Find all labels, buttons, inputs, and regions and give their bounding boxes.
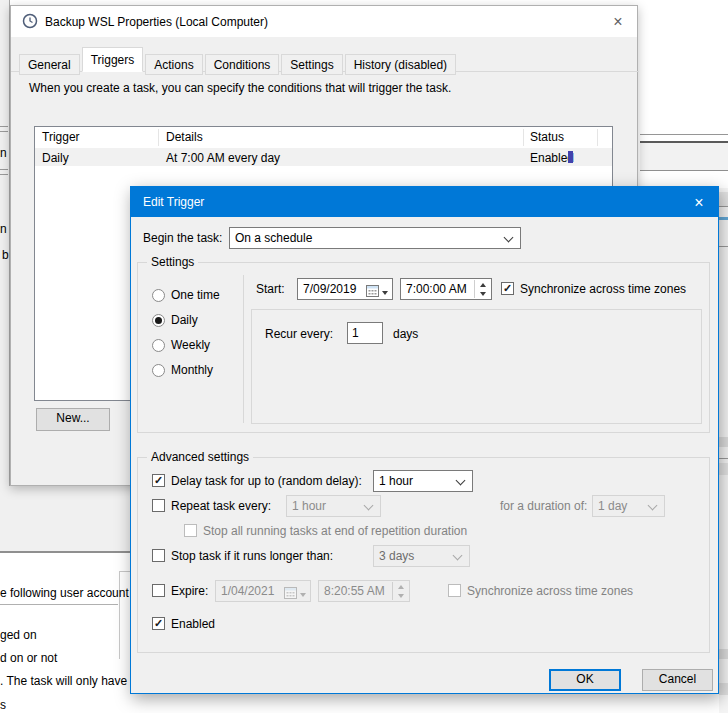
sync-timezones-checkbox[interactable] — [501, 282, 514, 295]
bg-right-strip-band — [719, 192, 728, 207]
screen: n n b e following user account ged on d … — [0, 0, 728, 713]
trigger-cell: Daily — [42, 151, 69, 165]
settings-group-label: Settings — [147, 255, 198, 269]
settings-group: Settings One time Daily Weekly Monthly S… — [137, 262, 710, 433]
start-time-spinner[interactable]: 7:00:00 AM — [400, 278, 492, 300]
bg-right-strip-line — [719, 246, 728, 247]
radio-weekly-label[interactable]: Weekly — [171, 338, 210, 352]
task-scheduler-icon — [22, 13, 38, 32]
edit-trigger-dialog: Edit Trigger × Begin the task: On a sche… — [130, 186, 719, 694]
bg-left-line — [0, 169, 8, 170]
dropdown-arrow-icon — [382, 291, 388, 295]
expire-label[interactable]: Expire: — [171, 584, 208, 598]
bg-preview-text: ged on — [0, 628, 37, 642]
expire-date-value: 1/04/2021 — [221, 584, 274, 598]
stop-task-duration-value: 3 days — [379, 549, 414, 563]
dialog-title: Edit Trigger — [143, 195, 204, 209]
tab-triggers[interactable]: Triggers — [82, 47, 144, 72]
daily-panel: Recur every: 1 days — [251, 309, 702, 424]
begin-task-select[interactable]: On a schedule — [229, 227, 521, 249]
triggers-table-header[interactable]: Trigger Details Status — [35, 127, 612, 149]
bg-bottom-line — [0, 551, 130, 553]
bg-right-line — [640, 170, 728, 171]
begin-task-label: Begin the task: — [143, 231, 222, 245]
bg-left-line — [0, 174, 8, 175]
tab-settings[interactable]: Settings — [281, 54, 342, 75]
chevron-down-icon — [364, 501, 374, 511]
recur-every-input[interactable]: 1 — [347, 322, 383, 344]
enabled-label[interactable]: Enabled — [171, 617, 215, 631]
stop-task-duration-select: 3 days — [373, 545, 470, 567]
bg-right-strip — [719, 188, 728, 713]
chevron-down-icon — [504, 233, 514, 243]
column-separator — [158, 129, 159, 146]
stop-all-tasks-label: Stop all running tasks at end of repetit… — [203, 524, 467, 538]
bg-right-strip-band — [719, 437, 728, 447]
column-separator — [597, 129, 598, 146]
close-icon[interactable]: × — [607, 11, 629, 33]
chevron-down-icon — [453, 551, 463, 561]
properties-titlebar[interactable]: Backup WSL Properties (Local Computer) × — [11, 6, 637, 37]
column-header-status[interactable]: Status — [530, 130, 564, 144]
column-header-details[interactable]: Details — [166, 130, 203, 144]
bg-preview-divider — [0, 604, 118, 605]
radio-one-time-label[interactable]: One time — [171, 288, 220, 302]
tab-actions[interactable]: Actions — [145, 54, 202, 75]
stop-task-label[interactable]: Stop task if it runs longer than: — [171, 549, 333, 563]
recur-every-label: Recur every: — [265, 327, 333, 341]
stop-task-checkbox[interactable] — [152, 549, 165, 562]
bg-right-strip-band — [719, 683, 728, 695]
sync-timezones-label[interactable]: Synchronize across time zones — [520, 282, 686, 296]
radio-daily-label[interactable]: Daily — [171, 313, 198, 327]
radio-monthly-label[interactable]: Monthly — [171, 363, 213, 377]
tab-general[interactable]: General — [19, 54, 80, 75]
start-date-picker[interactable]: 7/09/2019 — [297, 278, 393, 300]
delay-task-checkbox[interactable] — [152, 474, 165, 487]
new-trigger-button[interactable]: New... — [36, 408, 110, 431]
bg-left-line — [0, 131, 8, 132]
start-label: Start: — [256, 282, 285, 296]
calendar-icon — [366, 283, 379, 300]
details-cell: At 7:00 AM every day — [166, 151, 280, 165]
bg-preview-text: d on or not — [0, 651, 57, 665]
ok-button[interactable]: OK — [549, 669, 621, 691]
radio-daily[interactable] — [152, 314, 165, 327]
window-title: Backup WSL Properties (Local Computer) — [45, 15, 268, 29]
radio-one-time[interactable] — [152, 289, 165, 302]
tab-conditions[interactable]: Conditions — [205, 54, 280, 75]
column-separator — [523, 129, 524, 146]
expire-sync-label: Synchronize across time zones — [467, 584, 633, 598]
enabled-checkbox[interactable] — [152, 617, 165, 630]
edit-trigger-titlebar[interactable]: Edit Trigger × — [131, 187, 718, 217]
start-date-value: 7/09/2019 — [303, 282, 356, 296]
repeat-task-checkbox[interactable] — [152, 499, 165, 512]
radio-monthly[interactable] — [152, 364, 165, 377]
column-header-trigger[interactable]: Trigger — [42, 130, 80, 144]
dropdown-arrow-icon — [300, 593, 306, 597]
delay-duration-value: 1 hour — [379, 474, 413, 488]
bg-tree-text-fragment: n — [0, 146, 7, 160]
tab-strip: General Triggers Actions Conditions Sett… — [19, 47, 458, 72]
bg-preview-text: e following user account — [0, 586, 129, 600]
repeat-task-label[interactable]: Repeat task every: — [171, 499, 271, 513]
spinner-arrows-icon[interactable] — [474, 280, 490, 298]
expire-sync-checkbox — [448, 584, 461, 597]
bg-preview-text: s — [0, 698, 6, 712]
duration-label: for a duration of: — [500, 499, 587, 513]
start-time-value: 7:00:00 AM — [406, 282, 467, 296]
tab-history[interactable]: History (disabled) — [345, 54, 456, 75]
bg-left-line — [0, 126, 8, 127]
delay-task-label[interactable]: Delay task for up to (random delay): — [171, 474, 362, 488]
bg-tree-text-fragment: n — [0, 222, 7, 236]
repeat-interval-select: 1 hour — [286, 495, 381, 517]
bg-right-strip-band — [719, 649, 728, 659]
trigger-row[interactable]: Daily At 7:00 AM every day Enabled — [35, 148, 612, 166]
expire-checkbox[interactable] — [152, 584, 165, 597]
delay-duration-select[interactable]: 1 hour — [373, 470, 473, 492]
recur-unit-label: days — [393, 327, 418, 341]
triggers-description: When you create a task, you can specify … — [29, 81, 451, 95]
radio-weekly[interactable] — [152, 339, 165, 352]
close-icon[interactable]: × — [688, 192, 710, 214]
cancel-button[interactable]: Cancel — [642, 669, 713, 691]
calendar-icon — [284, 585, 297, 602]
